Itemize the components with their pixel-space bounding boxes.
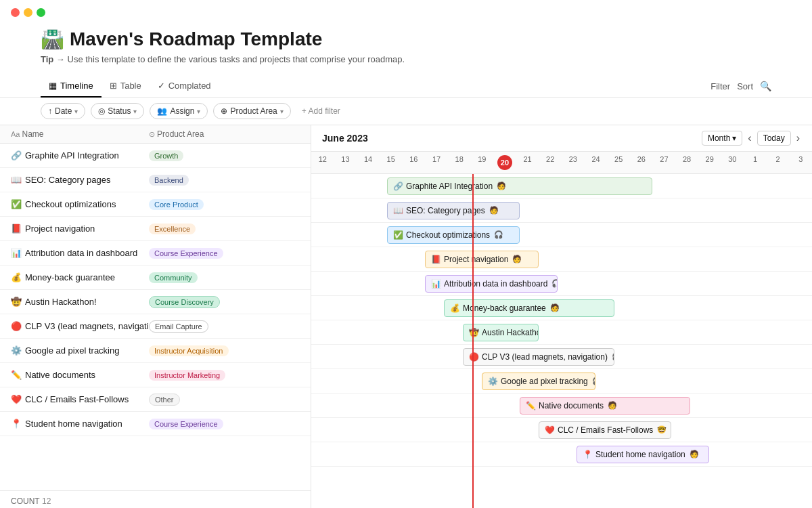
bars-row-2: ✅ Checkout optimizations 🎧 [311,223,812,247]
tabs-bar: ▦ Timeline ⊞ Table ✓ Complated Filter So… [0,75,812,98]
day-cell-26: 26 [630,155,653,170]
product-area-icon: ⊕ [221,106,227,116]
name-col-icon: Aa [11,130,20,138]
bars-row-6: 🤠 Austin Hackathon! 🧑 [311,320,812,345]
bar-avatar-7: 🎧 [610,351,614,363]
status-icon: ◎ [98,106,105,116]
maximize-button[interactable] [37,8,45,17]
gantt-bar-2[interactable]: ✅ Checkout optimizations 🎧 [387,226,520,244]
day-cell-16: 16 [403,155,426,170]
cell-name-11: 📍 Student home navigation [0,419,149,429]
day-cell-12: 12 [311,155,334,170]
area-badge-0: Growth [149,150,183,161]
day-cell-3: 3 [789,155,812,170]
gantt-bar-11[interactable]: 📍 Student home navigation 🧑 [577,446,709,463]
minimize-button[interactable] [24,8,32,17]
table-row[interactable]: 📕 Project navigation Excellence [0,217,311,241]
table-row[interactable]: 📊 Attribution data in dashboard Course E… [0,241,311,266]
status-chevron-icon: ▾ [133,108,137,115]
row-name-9: Native documents [25,370,95,380]
tabs-left: ▦ Timeline ⊞ Table ✓ Complated [41,75,219,97]
bar-emoji-8: ⚙️ [488,377,498,386]
bar-name-4: Attribution data in dashboard [444,279,547,289]
filter-bar: ↑ Date ▾ ◎ Status ▾ 👥 Assign ▾ ⊕ Product… [0,98,812,125]
gantt-bar-1[interactable]: 📖 SEO: Category pages 🧑 [387,202,520,219]
today-button[interactable]: Today [757,131,791,146]
cell-area-7: Email Capture [149,320,257,333]
day-cell-2: 2 [767,155,790,170]
cell-name-5: 💰 Money-back guarantee [0,272,149,282]
close-button[interactable] [11,8,20,17]
gantt-bar-8[interactable]: ⚙️ Google ad pixel tracking 🎧 [482,373,595,390]
table-row[interactable]: 🔗 Graphite API Integration Growth [0,144,311,168]
prev-month-button[interactable]: ‹ [746,132,752,144]
bars-row-4: 📊 Attribution data in dashboard 🎧 [311,272,812,296]
filter-status[interactable]: ◎ Status ▾ [91,103,144,119]
bar-emoji-1: 📖 [393,206,403,215]
row-emoji-10: ❤️ [11,394,22,404]
area-badge-7: Email Capture [149,320,208,333]
assign-label: Assign [170,106,194,116]
date-chevron-icon: ▾ [74,108,78,115]
bar-avatar-1: 🧑 [488,205,500,217]
assign-icon: 👥 [157,106,167,116]
tab-table[interactable]: ⊞ Table [102,75,150,98]
bar-emoji-0: 🔗 [393,182,403,191]
tab-timeline[interactable]: ▦ Timeline [41,75,102,98]
row-emoji-9: ✏️ [11,370,22,380]
table-row[interactable]: 🤠 Austin Hackathon! Course Discovery [0,290,311,314]
bars-row-1: 📖 SEO: Category pages 🧑 [311,198,812,223]
filter-product-area[interactable]: ⊕ Product Area ▾ [213,103,290,119]
table-row[interactable]: 📍 Student home navigation Course Experie… [0,412,311,436]
filter-date[interactable]: ↑ Date ▾ [41,103,85,119]
month-selector-label: Month [708,133,730,143]
today-day-circle: 20 [497,155,512,170]
bar-emoji-10: ❤️ [545,425,555,435]
table-row[interactable]: ⚙️ Google ad pixel tracking Instructor A… [0,339,311,363]
table-row[interactable]: 🔴 CLP V3 (lead magnets, navigation) Emai… [0,314,311,339]
day-cell-19: 19 [470,155,493,170]
table-row[interactable]: ✏️ Native documents Instructor Marketing [0,363,311,387]
tab-completed[interactable]: ✓ Complated [150,75,219,98]
bar-avatar-8: 🎧 [591,375,595,387]
area-badge-11: Course Experience [149,419,223,429]
day-cell-22: 22 [539,155,562,170]
sort-button[interactable]: Sort [737,81,753,91]
gantt-bar-4[interactable]: 📊 Attribution data in dashboard 🎧 [425,275,558,293]
gantt-bar-6[interactable]: 🤠 Austin Hackathon! 🧑 [463,324,539,341]
day-cell-14: 14 [357,155,380,170]
cell-area-5: Community [149,272,257,283]
gantt-bar-10[interactable]: ❤️ CLC / Emails Fast-Follows 🤓 [539,421,671,439]
gantt-bar-0[interactable]: 🔗 Graphite API Integration 🧑 [387,177,652,195]
bars-row-10: ❤️ CLC / Emails Fast-Follows 🤓 [311,418,812,442]
next-month-button[interactable]: › [795,132,801,144]
tab-completed-label: Complated [168,81,211,91]
bars-row-5: 💰 Money-back guarantee 🧑 [311,296,812,320]
area-badge-8: Instructor Acquisition [149,345,229,356]
row-emoji-0: 🔗 [11,150,22,161]
gantt-bar-9[interactable]: ✏️ Native documents 🧑 [520,397,690,415]
table-row[interactable]: 💰 Money-back guarantee Community [0,266,311,290]
table-row[interactable]: ✅ Checkout optimizations Core Product [0,192,311,217]
bar-emoji-7: 🔴 [469,352,479,362]
add-filter-button[interactable]: + Add filter [296,104,346,119]
gantt-bar-7[interactable]: 🔴 CLP V3 (lead magnets, navigation) 🎧 [463,348,614,366]
gantt-bar-3[interactable]: 📕 Project navigation 🧑 [425,251,539,268]
row-name-10: CLC / Emails Fast-Follows [25,394,129,404]
gantt-bar-5[interactable]: 💰 Money-back guarantee 🧑 [444,299,614,317]
table-row[interactable]: ❤️ CLC / Emails Fast-Follows Other [0,387,311,412]
area-badge-2: Core Product [149,199,204,210]
bar-avatar-0: 🧑 [495,180,508,192]
day-cell-17: 17 [425,155,448,170]
day-headers: 1213141516171819202122232425262728293012… [311,152,812,174]
filter-assign[interactable]: 👥 Assign ▾ [150,103,208,119]
count-label: COUNT [11,496,40,506]
filter-button[interactable]: Filter [710,81,730,91]
search-icon[interactable]: 🔍 [760,81,771,91]
bars-row-3: 📕 Project navigation 🧑 [311,247,812,272]
main-content: AaName ⊙Product Area 🔗 Graphite API Inte… [0,125,812,508]
bar-name-2: Checkout optimizations [406,230,490,240]
month-selector[interactable]: Month ▾ [702,131,742,146]
table-row[interactable]: 📖 SEO: Category pages Backend [0,168,311,192]
add-filter-label: + Add filter [302,106,340,116]
